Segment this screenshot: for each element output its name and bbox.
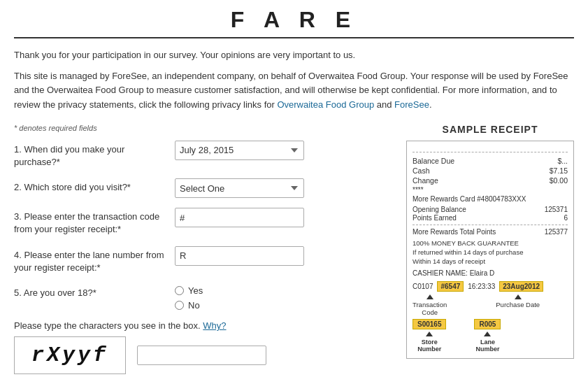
- receipt-dots: ****: [413, 186, 568, 194]
- lane-number-col: R005 LaneNumber: [474, 319, 501, 353]
- receipt-box: Balance Due $... Cash $7.15 Change $0.00…: [406, 141, 574, 359]
- form-section: * denotes required fields 1. When did yo…: [14, 124, 392, 377]
- question-2-control: Select One: [175, 178, 315, 198]
- overwaitea-link[interactable]: Overwaitea Food Group: [277, 99, 374, 110]
- store-number-box: S00165: [413, 319, 446, 329]
- total-points-row: More Rewards Total Points 125377: [413, 228, 568, 236]
- receipt-divider-1: [413, 225, 568, 225]
- transaction-code-box: #6547: [437, 281, 464, 292]
- lane-number-input[interactable]: [175, 246, 304, 266]
- radio-yes-input[interactable]: [175, 286, 184, 295]
- receipt-balance-row: Balance Due $...: [413, 157, 568, 165]
- change-value: $0.00: [550, 176, 568, 185]
- question-3-label: 3. Please enter the transaction code fro…: [14, 208, 168, 236]
- radio-yes[interactable]: Yes: [175, 285, 315, 296]
- store-number-arrow: [426, 332, 433, 336]
- rewards-card: More Rewards Card #48004783XXX: [413, 195, 568, 203]
- main-layout: * denotes required fields 1. When did yo…: [14, 124, 574, 377]
- radio-no[interactable]: No: [175, 300, 315, 311]
- captcha-text: rXyyf: [31, 343, 108, 367]
- logo-text: F A R E: [231, 7, 357, 32]
- lane-number-box: R005: [474, 319, 501, 329]
- question-3-row: 3. Please enter the transaction code fro…: [14, 208, 392, 236]
- question-5-row: 5. Are you over 18?* Yes No: [14, 284, 392, 311]
- question-5-label: 5. Are you over 18?*: [14, 284, 168, 299]
- lane-number-arrow: [484, 332, 491, 336]
- purchase-date-arrow-up: [515, 294, 522, 299]
- time-value: 16:23:33: [468, 283, 495, 290]
- store-number-label: StoreNumber: [417, 339, 441, 353]
- captcha-row: rXyyf: [14, 336, 392, 374]
- required-note: * denotes required fields: [14, 124, 392, 132]
- cash-label: Cash: [413, 166, 430, 175]
- intro-line1: Thank you for your participation in our …: [14, 48, 574, 62]
- purchase-date-arrow-col: Purchase Date: [496, 294, 540, 316]
- cashier-row: CASHIER NAME: Elaira D: [413, 269, 568, 277]
- question-4-row: 4. Please enter the lane number from you…: [14, 246, 392, 274]
- question-5-control: Yes No: [175, 284, 315, 311]
- receipt-torn-top: [413, 147, 568, 152]
- purchase-date-select[interactable]: July 28, 2015: [175, 141, 304, 160]
- guarantee-text: 100% MONEY BACK GUARANTEE If returned wi…: [413, 239, 568, 266]
- store-number-col: S00165 StoreNumber: [413, 319, 446, 353]
- question-4-control: [175, 246, 315, 266]
- cash-value: $7.15: [550, 166, 568, 175]
- question-1-label: 1. When did you make your purchase?*: [14, 141, 168, 169]
- bottom-codes: S00165 StoreNumber R005 LaneNumber: [413, 319, 568, 353]
- question-3-control: [175, 208, 315, 227]
- date-box: 23Aug2012: [499, 281, 543, 292]
- question-4-label: 4. Please enter the lane number from you…: [14, 246, 168, 274]
- radio-yes-label: Yes: [188, 285, 203, 296]
- transaction-arrow-col: TransactionCode: [413, 294, 447, 316]
- store-id: C0107: [413, 283, 433, 290]
- receipt-change-row: Change $0.00: [413, 176, 568, 185]
- codes-row: C0107 #6547 16:23:33 23Aug2012: [413, 281, 568, 292]
- captcha-why-link[interactable]: Why?: [203, 320, 226, 331]
- captcha-image: rXyyf: [14, 336, 126, 374]
- change-label: Change: [413, 176, 438, 185]
- captcha-label: Please type the characters you see in th…: [14, 320, 392, 331]
- transaction-arrow-up: [426, 294, 433, 299]
- receipt-section: SAMPLE RECEIPT Balance Due $... Cash $7.…: [406, 124, 574, 359]
- purchase-date-label: Purchase Date: [496, 301, 540, 308]
- balance-value: $...: [557, 157, 568, 165]
- points-earned-row: Points Earned 6: [413, 214, 568, 222]
- arrow-section: TransactionCode Purchase Date: [413, 294, 568, 316]
- question-1-control: July 28, 2015: [175, 141, 315, 160]
- question-2-label: 2. Which store did you visit?*: [14, 178, 168, 194]
- captcha-section: Please type the characters you see in th…: [14, 320, 392, 377]
- logo-area: F A R E: [14, 7, 574, 38]
- opening-balance-row: Opening Balance 125371: [413, 206, 568, 213]
- store-select[interactable]: Select One: [175, 178, 304, 198]
- transaction-label: TransactionCode: [413, 301, 447, 316]
- radio-no-input[interactable]: [175, 301, 184, 310]
- privacy-text: This site is managed by ForeSee, an inde…: [14, 69, 574, 113]
- foresee-link[interactable]: ForeSee: [394, 99, 429, 110]
- question-2-row: 2. Which store did you visit?* Select On…: [14, 178, 392, 198]
- balance-label: Balance Due: [413, 157, 454, 165]
- captcha-input[interactable]: [137, 346, 266, 365]
- receipt-title: SAMPLE RECEIPT: [406, 124, 574, 135]
- radio-no-label: No: [188, 300, 200, 311]
- receipt-cash-row: Cash $7.15: [413, 166, 568, 175]
- lane-number-label: LaneNumber: [475, 339, 499, 353]
- transaction-code-input[interactable]: [175, 208, 304, 227]
- question-1-row: 1. When did you make your purchase?* Jul…: [14, 141, 392, 169]
